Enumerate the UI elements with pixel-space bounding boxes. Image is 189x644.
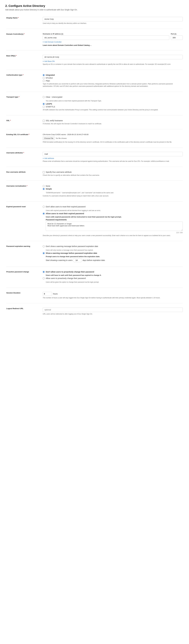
proactive-password-change-group: Don't allow users to proactively change … [43, 271, 183, 283]
norm-none-radio[interactable] [43, 185, 45, 187]
norm-none-label[interactable]: None [46, 185, 50, 187]
base-dns-required: * [16, 55, 17, 57]
session-duration-input[interactable] [43, 292, 52, 296]
ssl-ca-label: Existing SSL CA certificate [6, 134, 28, 136]
password-expiration-warning-label: Password expiration warning [6, 245, 30, 247]
password-requirements-header: Password requirements [46, 219, 183, 221]
domain-controllers-label: Domain Controller(s) [6, 33, 23, 35]
session-duration-label: Session Duration [6, 292, 21, 294]
session-duration-helper: The number of hours a user will stay log… [43, 296, 183, 299]
username-attributes-helper: Please enter all attributes that a usern… [43, 160, 183, 162]
proactive-dont-allow-label[interactable]: Don't allow users to proactively change … [46, 271, 94, 273]
username-attributes-required: * [23, 152, 24, 154]
expired-dont-allow-note: Users with expired passwords will be blo… [46, 209, 183, 212]
expired-allow-label[interactable]: Allow users to reset their expired passw… [46, 212, 84, 214]
ssl-helper: If checked, this will require the Domain… [43, 122, 183, 125]
ssl-ca-helper: PEM-formatted certificate(s) for the iss… [43, 141, 183, 143]
proactive-allow-label[interactable]: Allow users to proactively change their … [46, 277, 86, 279]
page-subtitle: Add details about your Active Directory … [5, 9, 184, 11]
days-input[interactable] [74, 258, 81, 262]
days-suffix: days before expiration date. [83, 259, 105, 261]
username-normalization-required: * [27, 185, 28, 187]
ssl-verify-checkbox[interactable] [43, 120, 45, 122]
learn-more-button[interactable]: Learn more about Domain Controllers and … [43, 44, 91, 46]
transport-clear-note: You cannot allow users to reset their ex… [46, 100, 183, 102]
password-requirements-textarea[interactable] [46, 222, 183, 231]
port-input[interactable] [171, 36, 183, 40]
ssl-required: * [10, 120, 11, 122]
display-name-input[interactable] [43, 17, 183, 21]
username-attributes-label: Username attributes [6, 152, 23, 154]
auth-ntlmv2-radio[interactable] [43, 77, 45, 79]
transport-ldaps-label[interactable]: LDAPS [46, 103, 52, 105]
expired-dont-allow-radio[interactable] [43, 206, 45, 208]
auth-integrated-radio[interactable] [43, 74, 45, 76]
days-start-label: Start showing a warning to users [46, 259, 73, 261]
password-expiration-warning-group: Don't show a warning message before pass… [43, 245, 183, 262]
logout-redirect-url-label: Logout Redirect URL [6, 308, 24, 310]
ssl-ca-required: * [29, 134, 29, 136]
auth-plain-radio[interactable] [43, 80, 45, 82]
display-name-helper: Used only to help you identify the direc… [43, 22, 183, 24]
ssl-verify-label[interactable]: SSL verify hostname [46, 120, 63, 122]
transport-clear-label[interactable]: Clear - Unencrypted [46, 96, 62, 98]
username-normalization-label: Username normalization [6, 185, 26, 187]
file-chosen-text: No file chosen [56, 137, 67, 139]
norm-simple-label[interactable]: Simple [46, 188, 52, 190]
transport-type-helper: All traffic between Duo and the Authenti… [43, 108, 183, 111]
pw-dont-show-radio[interactable] [43, 246, 45, 247]
auth-plain-label[interactable]: Plain [46, 80, 50, 82]
expired-allow-note: Users with expired passwords will be ins… [46, 216, 183, 218]
pw-show-label[interactable]: Show a warning message before password e… [46, 252, 97, 254]
hostname-input[interactable] [43, 36, 169, 40]
auth-type-required: * [23, 74, 24, 76]
password-requirements-char-count: 118 / 300 [46, 232, 183, 234]
expired-dont-allow-label[interactable]: Don't allow users to reset their expired… [46, 206, 85, 208]
auth-type-label: Authentication type [6, 74, 22, 76]
hostname-sub-label: Hostname or IP address (1) [43, 33, 169, 35]
display-name-required: * [18, 17, 19, 19]
transport-type-radio-group: Clear - Unencrypted You cannot allow use… [43, 96, 183, 108]
transport-clear-radio[interactable] [43, 96, 45, 98]
username-normalization-helper: Controls if a username should be altered… [43, 195, 183, 197]
auth-type-helper: Type of authentication you would like to… [43, 83, 183, 88]
proactive-password-change-label: Proactive password change [6, 271, 29, 273]
duo-username-attr-checkbox-label[interactable]: Specify Duo username attribute [46, 171, 72, 173]
proactive-dont-allow-note: Users will have to wait until their pass… [46, 274, 183, 276]
duo-username-attr-checkbox[interactable] [43, 171, 45, 173]
add-base-dn-link[interactable]: + Add Base DN [43, 60, 55, 62]
pw-show-note: Prompt users to change their password be… [46, 256, 183, 258]
session-duration-unit: hours [53, 293, 58, 295]
display-name-label: Display Name [6, 17, 18, 19]
transport-starttls-radio[interactable] [43, 106, 45, 108]
port-sub-label: Port (1) [171, 33, 183, 35]
add-attribute-link[interactable]: + Add attribute [43, 157, 54, 159]
choose-file-button[interactable]: Choose File [43, 136, 55, 140]
transport-ldaps-radio[interactable] [43, 103, 45, 105]
ssl-label: SSL [6, 120, 10, 122]
transport-starttls-label[interactable]: STARTTLS [46, 106, 55, 108]
pw-show-radio[interactable] [43, 252, 45, 254]
expired-password-reset-label: Expired password reset [6, 206, 26, 208]
proactive-dont-allow-radio[interactable] [43, 271, 45, 273]
expired-password-reset-helper: Describe your directory's password crite… [43, 234, 183, 237]
username-attributes-input[interactable] [43, 152, 183, 156]
expired-password-reset-group: Don't allow users to reset their expired… [43, 206, 183, 234]
page-title: 2. Configure Active Directory [5, 4, 184, 8]
auth-ntlmv2-label[interactable]: NTLMv2 [46, 77, 53, 79]
transport-type-label: Transport type [6, 96, 18, 98]
proactive-allow-radio[interactable] [43, 277, 45, 279]
logout-redirect-url-helper: URL users will be redirected to after lo… [43, 313, 183, 315]
auth-type-radio-group: Integrated NTLMv2 Plain [43, 74, 183, 82]
proactive-allow-note: Users will be given the option to change… [46, 281, 183, 283]
duo-username-attr-label: Duo username attribute [6, 171, 26, 173]
expired-allow-radio[interactable] [43, 212, 45, 214]
norm-simple-radio[interactable] [43, 188, 45, 190]
auth-integrated-label[interactable]: Integrated [46, 74, 55, 76]
add-domain-controller-link[interactable]: + Add Domain Controller [43, 41, 62, 43]
pw-dont-show-label[interactable]: Don't show a warning message before pass… [46, 245, 98, 247]
base-dns-helper: Specify an OU or container in your domai… [43, 63, 183, 66]
pw-dont-show-note: Users will only receive a message once t… [46, 249, 183, 251]
logout-redirect-url-input[interactable] [43, 308, 183, 312]
base-dns-input[interactable] [43, 55, 183, 59]
